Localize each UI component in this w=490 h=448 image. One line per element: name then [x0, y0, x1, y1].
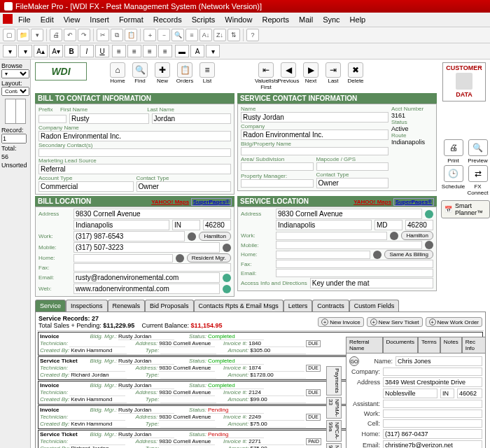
bill-email-input[interactable]: rusty@radonenvironemental.com — [74, 272, 220, 283]
menu-edit[interactable]: Edit — [36, 14, 58, 25]
bill-web-input[interactable]: www.radonenvironmental.com — [74, 284, 220, 294]
ref-addr-input[interactable]: 3849 West Crestpointe Drive — [383, 377, 482, 387]
svc-email-input[interactable] — [276, 269, 433, 277]
bill-mobile-input[interactable]: (317) 507-3223 — [74, 242, 220, 253]
svc-access-input[interactable]: Key under the mat — [310, 278, 433, 288]
svc-ctype-input[interactable]: Owner — [316, 178, 389, 188]
ref-city-input[interactable]: Noblesville — [383, 388, 438, 398]
ref-company-input[interactable] — [383, 368, 482, 376]
secondary-contact-input[interactable] — [38, 148, 231, 157]
firstname-input[interactable]: Rusty — [69, 113, 149, 124]
nav-find-button[interactable]: 🔍Find — [129, 62, 151, 84]
lastname-input[interactable]: Jordan — [152, 113, 232, 124]
tb-copy-icon[interactable]: ⧉ — [111, 29, 123, 41]
fx-connect-button[interactable]: ⇄FX Connect — [465, 164, 490, 196]
contact-type-input[interactable]: Owner — [136, 181, 232, 192]
fmt-italic-icon[interactable]: I — [80, 45, 94, 57]
rtab-documents[interactable]: Documents — [383, 337, 418, 353]
tb-sortdesc-icon[interactable]: Z↓ — [214, 29, 226, 41]
mode-select[interactable]: ▾ — [1, 69, 29, 78]
vtab-payments[interactable]: Payments — [326, 366, 342, 396]
menu-reports[interactable]: Reports — [258, 14, 293, 25]
svc-home-input[interactable] — [276, 251, 370, 259]
superpages-link[interactable]: SuperPages® — [191, 198, 232, 206]
new-invoice-button[interactable]: +New Invoice — [318, 317, 364, 327]
phone-icon[interactable] — [223, 244, 231, 252]
bill-work-input[interactable]: (317) 987-6543 — [74, 231, 185, 241]
phone-icon[interactable] — [425, 241, 433, 249]
ref-email-input[interactable]: christine7b@verizon.net — [383, 440, 482, 448]
ref-home-input[interactable]: (317) 867-0437 — [383, 429, 482, 439]
tb-paste-icon[interactable]: 📋 — [125, 29, 137, 41]
ref-work-input[interactable] — [383, 410, 482, 418]
tb-print-icon[interactable]: 🖨 — [50, 29, 62, 41]
svc-zip-input[interactable]: 46280 — [405, 220, 433, 230]
sys-menu-icon[interactable] — [3, 14, 13, 24]
tab-custom-fields[interactable]: Custom Fields — [349, 300, 400, 312]
bill-addr-input[interactable]: 9830 Cornell Avenue — [74, 209, 231, 219]
tb-delrec-icon[interactable]: － — [158, 29, 170, 41]
layout-select[interactable]: Contact - I — [1, 87, 29, 96]
yahoo-maps-link[interactable]: YAHOO! Maps — [151, 199, 189, 205]
tab-letters[interactable]: Letters — [284, 300, 313, 312]
nav-orders-button[interactable]: 📋Orders — [174, 62, 196, 84]
tb-undo-icon[interactable]: ↶ — [64, 29, 76, 41]
fmt-font-dd[interactable]: ▾ — [3, 45, 17, 57]
svc-addr-input[interactable]: 9830 Cornell Avenue — [276, 209, 422, 219]
menu-sync[interactable]: Sync — [318, 14, 344, 25]
nav-list-button[interactable]: ≡List — [196, 62, 218, 84]
new-work-order-button[interactable]: +New Work Order — [426, 317, 482, 327]
rtab-rec-info[interactable]: Rec Info — [462, 337, 486, 353]
ref-state-input[interactable]: IN — [440, 388, 454, 398]
rtab-referral-name[interactable]: Referral Name — [346, 337, 383, 353]
tab-bid-proposals[interactable]: Bid Proposals — [145, 300, 194, 312]
phone-icon[interactable] — [373, 251, 382, 259]
bill-fax-input[interactable] — [74, 263, 231, 272]
print-button[interactable]: 🖨Print — [441, 138, 465, 164]
menu-records[interactable]: Records — [149, 14, 186, 25]
preview-button[interactable]: 🔍Preview — [465, 138, 490, 164]
phone-icon[interactable] — [390, 232, 398, 240]
superpages-link[interactable]: SuperPages® — [393, 198, 434, 206]
fmt-fill-icon[interactable]: ▬ — [175, 45, 189, 57]
ref-name-input[interactable]: Chris Jones — [396, 356, 482, 366]
menu-format[interactable]: Format — [115, 14, 148, 25]
fmt-alignright-icon[interactable]: ≡ — [143, 45, 157, 57]
new-serv-ticket-button[interactable]: +New Serv Ticket — [367, 317, 423, 327]
tb-open-icon[interactable]: 📁 — [17, 29, 29, 41]
nav-home-button[interactable]: ⌂Home — [106, 62, 129, 84]
menu-window[interactable]: Window — [220, 14, 256, 25]
tb-dd-icon[interactable]: ▾ — [31, 29, 43, 41]
nav-new-button[interactable]: ✚New — [151, 62, 174, 84]
tab-service[interactable]: Service — [35, 300, 66, 312]
bill-home-input[interactable] — [74, 254, 173, 262]
schedule-button[interactable]: 🕒Schedule — [441, 164, 465, 196]
svc-name-input[interactable]: Rusty Jordan — [241, 112, 388, 122]
fmt-incsize-icon[interactable]: A▴ — [34, 45, 48, 57]
menu-view[interactable]: View — [59, 14, 85, 25]
svc-bldg-input[interactable] — [241, 147, 388, 155]
bill-state-input[interactable]: IN — [172, 220, 200, 230]
fmt-color-dd[interactable]: ▾ — [206, 45, 220, 57]
fmt-aligncenter-icon[interactable]: ≡ — [127, 45, 141, 57]
tb-help-icon[interactable]: ? — [246, 29, 259, 41]
record-input[interactable] — [1, 134, 27, 144]
record-book-icon[interactable] — [5, 99, 26, 124]
fmt-bold-icon[interactable]: B — [64, 45, 78, 57]
fmt-alignleft-icon[interactable]: ≡ — [112, 45, 126, 57]
fmt-textcolor-icon[interactable]: A — [190, 45, 204, 57]
globe-icon[interactable] — [223, 285, 231, 293]
same-as-billing-button[interactable]: Same As Billing — [384, 250, 433, 259]
tb-showall-icon[interactable]: ≡ — [186, 29, 198, 41]
menu-mail[interactable]: Mail — [295, 14, 317, 25]
rec-delete-button[interactable]: ✖Delete — [344, 62, 367, 90]
fmt-decsize-icon[interactable]: A▾ — [49, 45, 63, 57]
svc-mobile-input[interactable] — [276, 241, 422, 249]
globe-icon[interactable] — [223, 274, 231, 282]
ref-cell-input[interactable] — [383, 419, 482, 428]
rec-previous-button[interactable]: ◀Previous — [277, 62, 300, 90]
phone-icon[interactable] — [176, 254, 184, 262]
menu-scripts[interactable]: Scripts — [188, 14, 220, 25]
fmt-justify-icon[interactable]: ≡ — [158, 45, 172, 57]
svc-area-input[interactable] — [241, 162, 314, 171]
